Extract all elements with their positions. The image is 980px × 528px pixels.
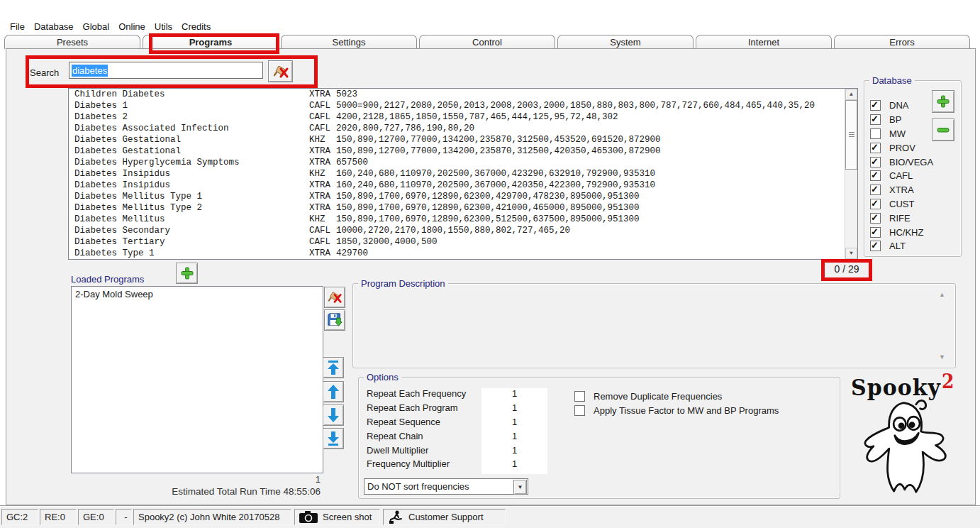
loaded-programs-label: Loaded Programs [71,274,144,285]
checkbox[interactable] [870,170,881,181]
loaded-programs-list[interactable]: 2-Day Mold Sweep [71,286,323,473]
menu-item[interactable]: File [10,21,25,32]
loaded-program-item[interactable]: 2-Day Mold Sweep [72,287,323,302]
program-row[interactable]: Diabetes Type 1XTRA429700 [69,248,857,259]
screenshot-button[interactable]: Screen shot [294,509,380,525]
move-to-bottom-button[interactable] [323,428,344,449]
program-database-code: CAFL [309,225,336,236]
search-input[interactable]: diabetes [69,62,263,79]
option-label: Dwell Multiplier [367,445,481,456]
description-scroll-up-icon[interactable]: ▲ [939,291,945,298]
database-checkbox-row[interactable]: ALT [870,239,934,253]
database-checkbox-row[interactable]: CUST [870,197,934,211]
program-row[interactable]: Diabetes Mellitus Type 2XTRA150,890,1700… [69,202,857,214]
option-checkbox-row[interactable]: Remove Duplicate Frequencies [574,389,830,403]
database-checkbox-row[interactable]: CAFL [870,169,934,183]
program-row[interactable]: Children DiabetesXTRA5023 [69,89,857,100]
move-to-top-button[interactable] [323,357,344,378]
checkbox[interactable] [870,100,881,111]
checkbox[interactable] [870,185,881,195]
menu-item[interactable]: Utils [155,21,172,32]
menu-bar: FileDatabaseGlobalOnlineUtilsCredits [10,21,220,32]
database-name: BIO/VEGA [889,157,933,167]
database-checkbox-row[interactable]: DNA [870,99,934,113]
checkbox[interactable] [870,241,881,251]
option-value[interactable]: 1 [481,445,547,456]
clear-search-button[interactable] [268,60,293,82]
checkbox[interactable] [870,227,881,238]
program-row[interactable]: Diabetes Associated InfectionCAFL2020,80… [69,123,857,134]
tab[interactable]: Presets [4,35,140,49]
program-row[interactable]: Diabetes GestationalKHZ150,890,12700,770… [69,134,857,145]
scroll-up-icon[interactable]: ▲ [845,89,857,100]
tab[interactable]: Internet [696,35,832,49]
clear-loaded-programs-button[interactable] [324,287,345,308]
option-value[interactable]: 1 [481,458,547,469]
program-name: Diabetes Insipidus [74,180,309,191]
menu-item[interactable]: Online [118,21,145,32]
menu-item[interactable]: Database [34,21,74,32]
tab[interactable]: Control [419,35,555,49]
option-value[interactable]: 1 [481,388,547,399]
program-row[interactable]: Diabetes 1CAFL5000=900,2127,2080,2050,20… [69,100,857,111]
spooky2-window: FileDatabaseGlobalOnlineUtilsCredits Pre… [0,0,980,528]
tab[interactable]: Settings [281,35,417,49]
program-database-code: CAFL [309,100,336,111]
program-row[interactable]: Diabetes SecondaryCAFL10000,2720,2170,18… [69,225,857,236]
menu-item[interactable]: Global [83,21,110,32]
program-row[interactable]: Diabetes Hyperglycemia SymptomsXTRA65750… [69,157,857,168]
program-list-scrollbar[interactable]: ▲ ▼ [845,89,857,259]
move-up-button[interactable] [323,381,344,402]
program-frequencies: 160,240,680,110970,202500,367000,423290,… [336,169,655,179]
program-row[interactable]: Diabetes Mellitus Type 1XTRA150,890,1700… [69,191,857,202]
program-search-results-list[interactable]: Children DiabetesXTRA5023 Diabetes 1CAFL… [68,88,858,260]
add-program-button[interactable] [176,263,198,284]
tab[interactable]: System [557,35,694,49]
database-checkbox-row[interactable]: BP [870,113,934,127]
database-checkbox-row[interactable]: MW [870,127,934,141]
program-row[interactable]: Diabetes TertiaryCAFL1850,32000,4000,500 [69,236,857,248]
customer-support-button[interactable]: Customer Support [383,509,506,525]
option-value[interactable]: 1 [481,402,547,413]
add-database-button[interactable] [932,90,954,113]
program-row[interactable]: Diabetes InsipidusKHZ160,240,680,110970,… [69,168,857,180]
program-description-box[interactable] [352,283,956,368]
option-value[interactable]: 1 [481,417,547,427]
program-frequencies: 429700 [336,248,368,258]
program-row[interactable]: Diabetes InsipidusXTRA160,240,680,110970… [69,180,857,191]
tab[interactable]: Errors [834,35,970,49]
program-row[interactable]: Diabetes GestationalXTRA150,890,12700,77… [69,145,857,157]
database-name: HC/KHZ [889,227,923,238]
program-row[interactable]: Diabetes MellitusKHZ150,890,1700,6970,12… [69,214,857,225]
program-frequencies: 150,890,1700,6970,12890,62300,421000,465… [336,203,640,213]
checkbox[interactable] [870,114,881,125]
program-name: Diabetes Hyperglycemia Symptoms [74,157,309,168]
checkbox[interactable] [870,143,881,153]
remove-database-button[interactable] [932,119,954,141]
chevron-down-icon[interactable]: ▼ [513,480,527,495]
checkbox[interactable] [574,391,585,402]
database-checkbox-row[interactable]: BIO/VEGA [870,155,934,169]
save-loaded-programs-button[interactable] [324,309,345,331]
program-description-label: Program Description [358,278,448,289]
option-checkbox-row[interactable]: Apply Tissue Factor to MW and BP Program… [574,403,830,417]
database-checkbox-row[interactable]: XTRA [870,183,934,197]
database-checkbox-row[interactable]: HC/KHZ [870,225,934,239]
program-database-code: XTRA [309,202,336,214]
tab[interactable]: Programs [143,35,279,49]
move-down-button[interactable] [323,405,344,426]
program-row[interactable]: Diabetes 2CAFL4200,2128,1865,1850,1550,7… [69,111,857,123]
scrollbar-thumb[interactable] [845,100,857,170]
description-scroll-down-icon[interactable]: ▼ [939,353,945,361]
sort-frequencies-dropdown[interactable]: Do NOT sort frequencies ▼ [364,478,528,495]
checkbox[interactable] [870,128,881,139]
option-value[interactable]: 1 [481,431,547,441]
checkbox[interactable] [574,405,585,416]
scroll-down-icon[interactable]: ▼ [845,248,857,259]
checkbox[interactable] [870,199,881,209]
menu-item[interactable]: Credits [182,21,211,32]
database-checkbox-row[interactable]: PROV [870,141,934,155]
checkbox[interactable] [870,213,881,224]
database-checkbox-row[interactable]: RIFE [870,211,934,225]
checkbox[interactable] [870,157,881,167]
